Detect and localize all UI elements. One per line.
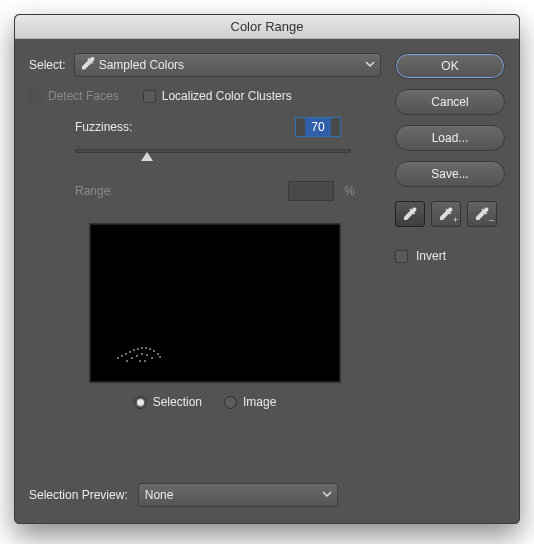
- minus-icon: –: [489, 215, 494, 225]
- cancel-button[interactable]: Cancel: [395, 89, 505, 115]
- eyedropper-add-button[interactable]: +: [431, 201, 461, 227]
- slider-thumb[interactable]: [141, 152, 153, 161]
- svg-point-16: [151, 357, 153, 359]
- invert-label: Invert: [416, 249, 446, 263]
- svg-point-19: [126, 360, 128, 362]
- selection-preview-dropdown[interactable]: None: [138, 483, 338, 507]
- preview-marks: [112, 328, 192, 368]
- select-dropdown[interactable]: Sampled Colors: [74, 53, 381, 77]
- color-range-dialog: Color Range Select: Sampled Colors: [14, 14, 520, 524]
- svg-point-6: [141, 347, 143, 349]
- selection-preview-label: Selection Preview:: [29, 488, 128, 502]
- svg-point-0: [117, 357, 119, 359]
- svg-point-12: [131, 357, 133, 359]
- detect-faces-checkbox: [29, 90, 42, 103]
- image-radio[interactable]: Image: [224, 395, 276, 409]
- right-panel: OK Cancel Load... Save... + – Inver: [395, 53, 505, 469]
- radio-icon: [134, 396, 147, 409]
- plus-icon: +: [453, 215, 458, 225]
- save-button[interactable]: Save...: [395, 161, 505, 187]
- eyedropper-tools: + –: [395, 201, 505, 227]
- localized-clusters-checkbox[interactable]: [143, 90, 156, 103]
- eyedropper-icon: [474, 206, 490, 222]
- left-panel: Select: Sampled Colors Detect Faces: [29, 53, 381, 469]
- svg-point-13: [136, 355, 138, 357]
- eyedropper-icon: [438, 206, 454, 222]
- preview-mode-radios: Selection Image: [29, 395, 381, 409]
- fuzziness-row: Fuzziness: 70: [29, 117, 381, 137]
- selection-preview-wrap: None: [138, 483, 338, 507]
- svg-point-4: [133, 349, 135, 351]
- invert-checkbox[interactable]: [395, 250, 408, 263]
- window-title: Color Range: [231, 19, 304, 34]
- fuzziness-slider[interactable]: [75, 149, 351, 163]
- svg-point-15: [146, 354, 148, 356]
- svg-point-5: [137, 348, 139, 350]
- titlebar: Color Range: [15, 15, 519, 39]
- selection-radio-label: Selection: [153, 395, 202, 409]
- image-radio-label: Image: [243, 395, 276, 409]
- svg-point-2: [125, 353, 127, 355]
- radio-icon: [224, 396, 237, 409]
- svg-point-9: [153, 350, 155, 352]
- svg-point-10: [157, 353, 159, 355]
- detect-faces-label: Detect Faces: [48, 89, 119, 103]
- slider-track: [75, 149, 351, 153]
- select-dropdown-wrap: Sampled Colors: [74, 53, 381, 77]
- localized-clusters-label: Localized Color Clusters: [162, 89, 292, 103]
- svg-point-1: [121, 355, 123, 357]
- invert-row: Invert: [395, 249, 505, 263]
- preview-thumbnail: [89, 223, 341, 383]
- range-unit: %: [344, 184, 355, 198]
- range-label: Range:: [75, 184, 114, 198]
- svg-point-14: [141, 353, 143, 355]
- fuzziness-label: Fuzziness:: [75, 120, 132, 134]
- fuzziness-input[interactable]: 70: [295, 117, 341, 137]
- eyedropper-icon: [402, 206, 418, 222]
- load-button[interactable]: Load...: [395, 125, 505, 151]
- svg-point-3: [129, 351, 131, 353]
- checkbox-row: Detect Faces Localized Color Clusters: [29, 89, 381, 103]
- range-row: Range: %: [29, 181, 381, 201]
- svg-point-17: [139, 360, 141, 362]
- select-label: Select:: [29, 58, 66, 72]
- ok-button[interactable]: OK: [395, 53, 505, 79]
- fuzziness-value: 70: [305, 118, 330, 136]
- dialog-body: Select: Sampled Colors Detect Faces: [15, 39, 519, 483]
- svg-point-18: [144, 360, 146, 362]
- select-row: Select: Sampled Colors: [29, 53, 381, 77]
- svg-point-8: [149, 348, 151, 350]
- svg-point-7: [145, 347, 147, 349]
- selection-radio[interactable]: Selection: [134, 395, 202, 409]
- range-input: [288, 181, 334, 201]
- svg-point-11: [159, 356, 161, 358]
- bottom-row: Selection Preview: None: [15, 483, 519, 523]
- eyedropper-button[interactable]: [395, 201, 425, 227]
- eyedropper-subtract-button[interactable]: –: [467, 201, 497, 227]
